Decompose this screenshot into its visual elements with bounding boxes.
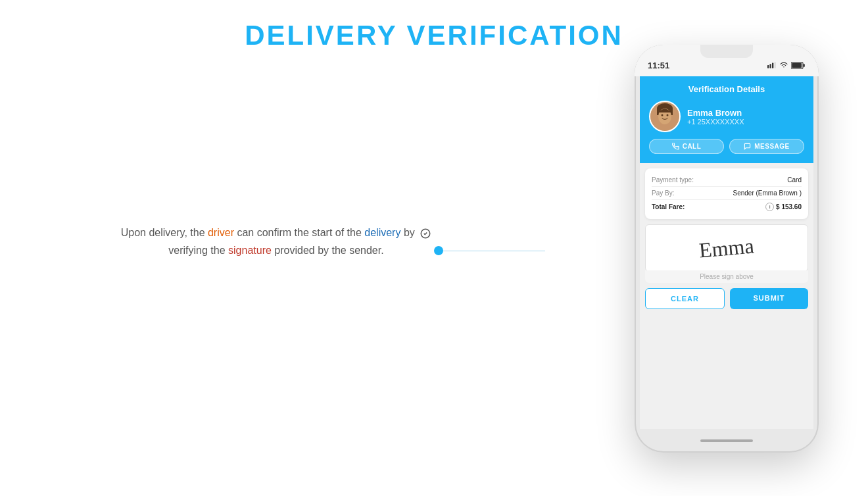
- annotation-area: Upon delivery, the driver can confirm th…: [105, 224, 447, 259]
- check-icon: [420, 228, 431, 239]
- phone-bottom: [635, 429, 819, 453]
- payment-type-row: Payment type: Card: [652, 174, 802, 186]
- total-fare-value: i $ 153.60: [765, 203, 802, 211]
- connector: [434, 246, 545, 255]
- signature-highlight: signature: [228, 245, 272, 256]
- message-button[interactable]: MESSAGE: [729, 139, 804, 154]
- svg-rect-6: [792, 62, 802, 67]
- connector-line: [443, 251, 545, 251]
- pay-by-value: Sender (Emma Brown ): [733, 189, 802, 197]
- message-label: MESSAGE: [754, 143, 790, 150]
- driver-highlight: driver: [208, 227, 234, 238]
- info-icon: i: [765, 203, 774, 211]
- home-indicator: [700, 439, 753, 442]
- action-buttons-row: CALL MESSAGE: [649, 139, 804, 154]
- svg-rect-7: [803, 64, 804, 67]
- user-name: Emma Brown: [687, 108, 744, 118]
- svg-rect-4: [775, 62, 776, 68]
- svg-point-12: [662, 114, 663, 116]
- payment-type-label: Payment type:: [652, 176, 701, 184]
- signature-display: Emma: [698, 234, 755, 262]
- svg-rect-2: [770, 64, 771, 68]
- svg-rect-1: [767, 65, 769, 68]
- total-fare-row: Total Fare: i $ 153.60: [652, 199, 802, 214]
- fare-amount: $ 153.60: [776, 203, 802, 211]
- bottom-buttons: CLEAR SUBMIT: [645, 288, 808, 309]
- clear-button[interactable]: CLEAR: [645, 288, 725, 309]
- user-phone: +1 25XXXXXXXX: [687, 118, 744, 126]
- svg-point-13: [667, 114, 669, 116]
- total-fare-label: Total Fare:: [652, 203, 685, 211]
- sign-prompt: Please sign above: [645, 270, 808, 283]
- user-details: Emma Brown +1 25XXXXXXXX: [687, 108, 744, 126]
- signature-section: Emma Please sign above: [645, 224, 808, 283]
- submit-button[interactable]: SUBMIT: [730, 288, 808, 309]
- signal-icon: [767, 62, 777, 68]
- delivery-highlight: delivery: [364, 227, 400, 238]
- svg-rect-3: [772, 63, 773, 68]
- page-title: DELIVERY VERIFICATION: [0, 0, 868, 51]
- payment-type-value: Card: [787, 176, 802, 184]
- call-icon: [672, 143, 679, 150]
- screen-header: Verification Details: [640, 76, 813, 163]
- phone-screen: Verification Details: [640, 76, 813, 429]
- pay-by-row: Pay By: Sender (Emma Brown ): [652, 186, 802, 199]
- phone-status-icons: [767, 62, 806, 69]
- annotation-text: Upon delivery, the driver can confirm th…: [105, 224, 447, 259]
- connector-dot: [434, 246, 443, 255]
- user-avatar: [649, 101, 681, 132]
- phone-notch: [700, 45, 753, 58]
- call-label: CALL: [683, 143, 702, 150]
- user-info-row: Emma Brown +1 25XXXXXXXX: [649, 101, 804, 132]
- pay-by-label: Pay By:: [652, 189, 701, 197]
- wifi-icon: [779, 62, 788, 68]
- message-icon: [744, 143, 751, 150]
- battery-icon: [791, 62, 806, 69]
- payment-card: Payment type: Card Pay By: Sender (Emma …: [645, 168, 808, 219]
- signature-box[interactable]: Emma: [645, 224, 808, 272]
- avatar-face: [650, 102, 679, 131]
- call-button[interactable]: CALL: [649, 139, 724, 154]
- phone-time: 11:51: [648, 61, 669, 70]
- phone-mockup: 11:51 Verification Details: [635, 45, 819, 453]
- screen-header-title: Verification Details: [649, 84, 804, 94]
